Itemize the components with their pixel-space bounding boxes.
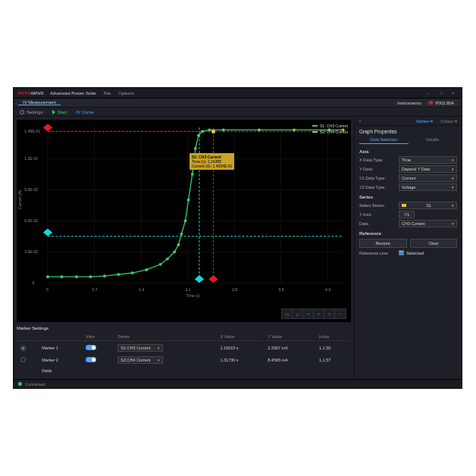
instruments-label: Instruments [397, 101, 421, 105]
svg-point-52 [47, 276, 49, 278]
marker2-series-select[interactable]: S2:CH4 Current▾ [117, 356, 163, 364]
series-data-select[interactable]: CH3 Current▾ [399, 220, 457, 227]
marker1-point-icon[interactable] [211, 130, 215, 133]
prev-icon[interactable]: ‹ [314, 309, 324, 318]
tab-details[interactable]: Details [409, 136, 458, 144]
table-row: Marker 2 S2:CH4 Current▾ 1.31730 s 8.456… [18, 355, 349, 365]
menu-options[interactable]: Options [118, 91, 134, 96]
marker1-view-toggle[interactable] [86, 345, 96, 350]
chevron-down-icon: ▾ [158, 358, 160, 362]
marker2-radio[interactable] [20, 357, 26, 362]
cursor-tab[interactable]: Cursor▾ [439, 119, 459, 124]
add-panel-button[interactable]: ＋ [358, 117, 362, 124]
marker2-x: 1.31730 s [218, 355, 264, 365]
chevron-down-icon: ▾ [452, 185, 454, 189]
svg-text:2.8: 2.8 [232, 287, 237, 292]
svg-rect-0 [17, 120, 351, 299]
legend: S1: CH3 Current S2: CH4 Current [312, 123, 348, 135]
measurement-bar: IV Measurement Instruments PXI1 BIA [14, 99, 462, 108]
chart-toolbar: ▭ ⤢ ＋ ‹ › ↔ [281, 308, 346, 319]
marker1-y: 2.3367 mA [265, 343, 315, 353]
marker2-view-toggle[interactable] [86, 357, 96, 362]
chevron-down-icon: ▾ [452, 203, 454, 208]
svg-text:1.2E-01: 1.2E-01 [24, 156, 38, 161]
x-data-type-select[interactable]: Time▾ [399, 156, 457, 164]
instrument-dot-icon [429, 101, 433, 105]
brand-logo2: WAVE [31, 91, 44, 96]
tab-data-selection[interactable]: Data Selection [359, 136, 409, 144]
marker-table: View Series X Value Y Value Index Marker… [17, 331, 351, 376]
app-window: PATHWAVE Advanced Power Suite File Optio… [13, 87, 462, 389]
svg-point-66 [187, 199, 189, 201]
reference-group-title: Reference [355, 228, 462, 237]
marker1-series-select[interactable]: S1:CH3 Current▾ [117, 344, 163, 352]
restore-button[interactable]: Restore [359, 239, 407, 248]
chart-svg: 03.0E-026.0E-029.0E-021.2E-011.48E-01 00… [17, 120, 351, 299]
table-row: Marker 1 S1:CH3 Current▾ 1.15015 s 2.336… [18, 343, 349, 353]
marker1-index: 1,1,50 [317, 343, 349, 353]
axis-group-title: Axis [355, 146, 462, 155]
marker2-index: 1,1,57 [317, 355, 349, 365]
marker-settings-panel: Marker Settings View Series X Value Y Va… [17, 325, 351, 376]
chevron-down-icon: ▾ [452, 167, 454, 171]
svg-point-68 [195, 148, 197, 150]
instrument-chip[interactable]: PXI1 BIA [426, 100, 457, 106]
pan-icon[interactable]: ↔ [335, 309, 346, 318]
zoom-window-icon[interactable]: ▭ [282, 309, 293, 318]
close-button[interactable]: × [449, 90, 457, 96]
refline-checkbox[interactable]: ✓ [399, 250, 404, 255]
svg-text:0: 0 [46, 287, 49, 292]
svg-point-55 [89, 276, 92, 278]
svg-point-67 [191, 173, 193, 175]
svg-point-73 [211, 130, 215, 133]
svg-text:1.4: 1.4 [139, 287, 144, 292]
marker-tab[interactable]: Marker▾ [415, 119, 434, 124]
svg-point-62 [174, 251, 176, 253]
svg-text:3.5: 3.5 [279, 287, 284, 292]
maximize-button[interactable]: □ [437, 90, 445, 96]
chevron-down-icon: ▾ [455, 119, 457, 124]
svg-point-54 [76, 276, 78, 278]
chevron-down-icon: ▾ [452, 176, 454, 180]
marker1-radio[interactable] [20, 346, 26, 351]
svg-text:1.48E-01: 1.48E-01 [24, 129, 40, 133]
svg-text:3.0E-02: 3.0E-02 [24, 249, 38, 254]
marker2-y: 8.4565 mA [265, 355, 315, 365]
x-axis-label: Time (s) [186, 293, 201, 298]
zoom-fit-icon[interactable]: ⤢ [293, 309, 303, 318]
svg-point-72 [222, 129, 224, 131]
svg-point-57 [117, 274, 120, 276]
titlebar: PATHWAVE Advanced Power Suite File Optio… [14, 88, 462, 99]
svg-text:9.0E-02: 9.0E-02 [24, 187, 38, 192]
zoom-in-icon[interactable]: ＋ [303, 309, 314, 318]
y2-data-type-select[interactable]: Voltage▾ [399, 183, 457, 191]
minimize-button[interactable]: − [425, 90, 433, 96]
menu-file[interactable]: File [104, 91, 111, 96]
next-icon[interactable]: › [324, 309, 335, 318]
svg-point-65 [184, 220, 186, 222]
marker1-x: 1.15015 s [218, 343, 264, 353]
start-button[interactable]: Start [49, 110, 70, 114]
y-data-select[interactable]: Depend Y Data▾ [399, 165, 457, 173]
select-series-select[interactable]: S1▾ [399, 202, 457, 209]
iv-curve-tab[interactable]: IV Curve [73, 110, 96, 114]
svg-text:0.7: 0.7 [92, 287, 97, 292]
clear-button[interactable]: Clear [410, 239, 458, 248]
y-axis-label: Current (A) [17, 189, 22, 209]
svg-text:2.1: 2.1 [186, 287, 191, 292]
yaxis-y1-button[interactable]: Y1 [399, 211, 415, 218]
settings-button[interactable]: Settings [17, 110, 46, 114]
svg-point-63 [177, 244, 180, 246]
svg-point-61 [167, 258, 169, 260]
chevron-down-icon: ▾ [158, 346, 160, 350]
brand-logo: PATH [18, 91, 31, 96]
svg-text:4.2: 4.2 [325, 287, 330, 292]
toolbar: Settings Start IV Curve [14, 108, 462, 117]
tab-iv-measurement[interactable]: IV Measurement [18, 100, 61, 105]
y1-data-type-select[interactable]: Current▾ [399, 174, 457, 182]
status-bar: Connected [14, 379, 462, 388]
legend-s1-swatch [312, 125, 318, 127]
graph-properties-title: Graph Properties [355, 126, 462, 136]
series-group-title: Series [355, 192, 462, 201]
chevron-down-icon: ▾ [452, 221, 454, 226]
